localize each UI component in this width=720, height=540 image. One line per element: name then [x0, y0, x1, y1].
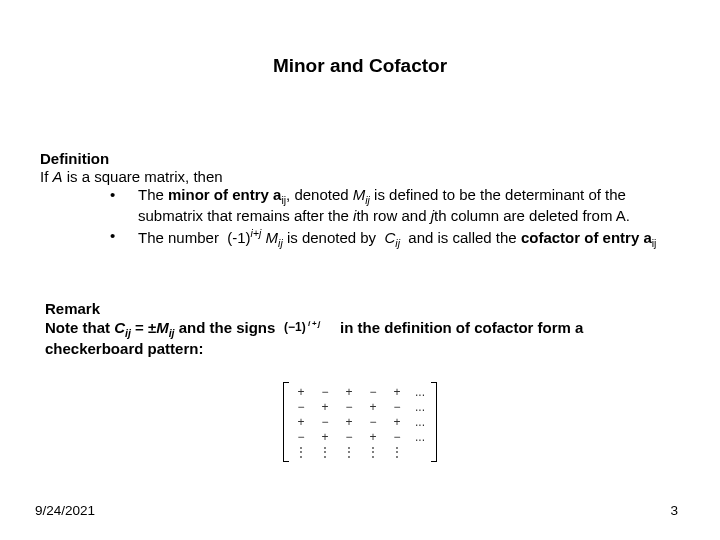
- footer-page-number: 3: [670, 503, 678, 518]
- svg-text:(−1): (−1): [284, 320, 306, 334]
- definition-lead: If A is a square matrix, then: [40, 168, 690, 186]
- sign-expression-icon: (−1) i + j: [284, 318, 332, 336]
- definition-block: Definition If A is a square matrix, then…: [40, 150, 690, 251]
- svg-text:i: i: [308, 319, 311, 328]
- slide-title: Minor and Cofactor: [0, 55, 720, 77]
- remark-block: Remark Note that Cij = ±Mij and the sign…: [45, 300, 685, 359]
- matrix-grid: +−+−+... −+−+−... +−+−+... −+−+−... ⋮⋮⋮⋮…: [289, 382, 431, 462]
- svg-text:j: j: [317, 319, 321, 328]
- matrix-right-bracket-icon: [431, 382, 437, 462]
- checkerboard-matrix: +−+−+... −+−+−... +−+−+... −+−+−... ⋮⋮⋮⋮…: [0, 382, 720, 462]
- remark-heading: Remark: [45, 300, 685, 319]
- remark-text: Note that Cij = ±Mij and the signs (−1) …: [45, 319, 685, 359]
- svg-text:+: +: [312, 319, 317, 328]
- footer-date: 9/24/2021: [35, 503, 95, 518]
- definition-bullet-2: The number (-1)i+j Mij is denoted by Cij…: [110, 227, 690, 250]
- definition-bullet-1: The minor of entry aij, denoted Mij is d…: [110, 186, 690, 225]
- definition-heading: Definition: [40, 150, 690, 168]
- slide: Minor and Cofactor Definition If A is a …: [0, 0, 720, 540]
